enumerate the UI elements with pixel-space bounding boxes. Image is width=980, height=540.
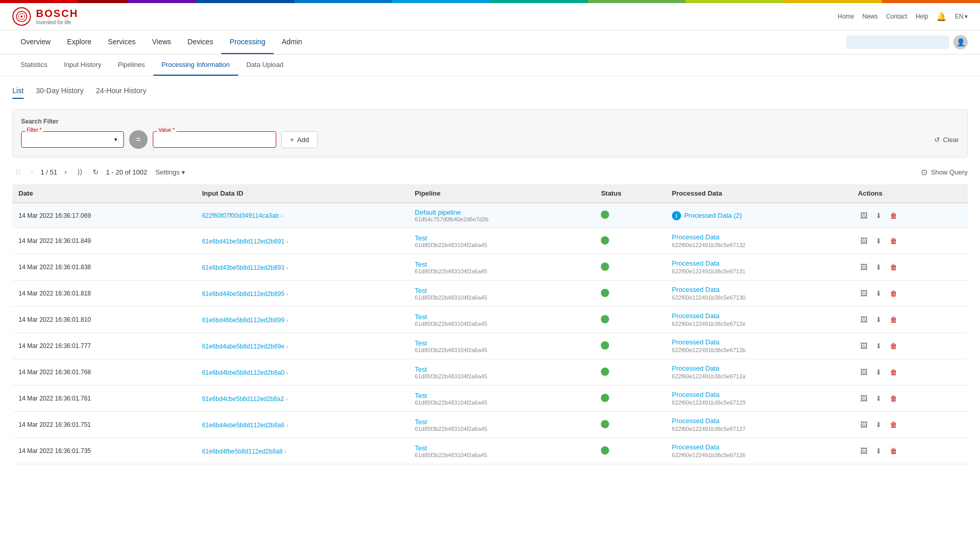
cell-processed-data[interactable]: Processed Data622f60e122491b38c5e6712a bbox=[666, 359, 852, 386]
input-data-id-link[interactable]: 61e6bd44be5b8d112ed2b895 bbox=[202, 290, 284, 298]
clear-button[interactable]: ↺ Clear bbox=[934, 136, 959, 144]
view-image-icon[interactable]: 🖼 bbox=[858, 211, 869, 221]
notification-icon[interactable]: 🔔 bbox=[936, 12, 947, 22]
cell-processed-data[interactable]: Processed Data622f60e122491b38c5e67127 bbox=[666, 412, 852, 438]
processed-data-link[interactable]: Processed Data bbox=[672, 259, 720, 267]
main-search-input[interactable] bbox=[846, 36, 949, 49]
input-data-id-link[interactable]: 622f60f07f00d349114ca3ab bbox=[202, 212, 279, 219]
value-input[interactable] bbox=[153, 131, 276, 148]
pipeline-name-link[interactable]: Test bbox=[415, 444, 589, 452]
input-data-id-link[interactable]: 61e6bd4abe5b8d112ed2b89e bbox=[202, 343, 284, 350]
delete-icon[interactable]: 🗑 bbox=[888, 393, 899, 404]
subnav-pipelines[interactable]: Pipelines bbox=[110, 55, 153, 76]
input-data-id-link[interactable]: 61e6bd41be5b8d112ed2b891 bbox=[202, 238, 284, 245]
subnav-statistics[interactable]: Statistics bbox=[12, 55, 56, 76]
nav-processing[interactable]: Processing bbox=[221, 30, 273, 54]
delete-icon[interactable]: 🗑 bbox=[888, 315, 899, 325]
pipeline-name-link[interactable]: Test bbox=[415, 365, 589, 373]
cell-processed-data[interactable]: Processed Data622f60e122491b38c5e6712e bbox=[666, 307, 852, 333]
delete-icon[interactable]: 🗑 bbox=[888, 367, 899, 377]
download-icon[interactable]: ⬇ bbox=[874, 341, 884, 351]
processed-data-link[interactable]: Processed Data bbox=[672, 312, 720, 320]
view-image-icon[interactable]: 🖼 bbox=[858, 446, 869, 456]
input-data-id-link[interactable]: 61e6bd4fbe5b8d112ed2b8a8 bbox=[202, 448, 283, 455]
pipeline-name-link[interactable]: Test bbox=[415, 313, 589, 321]
pipeline-name-link[interactable]: Test bbox=[415, 260, 589, 268]
cell-processed-data[interactable]: Processed Data622f60e122491b38c5e67129 bbox=[666, 386, 852, 412]
nav-admin[interactable]: Admin bbox=[274, 30, 311, 54]
delete-icon[interactable]: 🗑 bbox=[888, 262, 899, 272]
nav-devices[interactable]: Devices bbox=[180, 30, 222, 54]
subnav-input-history[interactable]: Input History bbox=[56, 55, 110, 76]
nav-services[interactable]: Services bbox=[100, 30, 144, 54]
download-icon[interactable]: ⬇ bbox=[874, 420, 884, 430]
cell-input-data-id[interactable]: 61e6bd4bbe5b8d112ed2b8a0 › bbox=[196, 359, 409, 386]
delete-icon[interactable]: 🗑 bbox=[888, 211, 899, 221]
download-icon[interactable]: ⬇ bbox=[874, 211, 884, 221]
input-data-id-link[interactable]: 61e6bd43be5b8d112ed2b893 bbox=[202, 264, 284, 271]
prev-page-button[interactable]: ‹ bbox=[28, 166, 37, 178]
refresh-button[interactable]: ↻ bbox=[90, 166, 102, 178]
cell-input-data-id[interactable]: 61e6bd4fbe5b8d112ed2b8a8 › bbox=[196, 438, 409, 464]
cell-processed-data[interactable]: Processed Data622f60e122491b38c5e67131 bbox=[666, 254, 852, 281]
input-data-id-link[interactable]: 61e6bd4bbe5b8d112ed2b8a0 bbox=[202, 369, 284, 376]
settings-button[interactable]: Settings ▾ bbox=[155, 168, 185, 176]
processed-data-link[interactable]: Processed Data bbox=[672, 391, 720, 398]
pipeline-name-link[interactable]: Test bbox=[415, 392, 589, 399]
pipeline-name-link[interactable]: Default pipeline bbox=[415, 208, 589, 216]
first-page-button[interactable]: ⟨⟨ bbox=[12, 166, 24, 178]
user-avatar[interactable]: 👤 bbox=[953, 35, 968, 49]
input-data-id-link[interactable]: 61e6bd4cbe5b8d112ed2b8a2 bbox=[202, 395, 284, 403]
view-image-icon[interactable]: 🖼 bbox=[858, 393, 869, 404]
processed-data-link[interactable]: Processed Data bbox=[672, 233, 720, 241]
view-image-icon[interactable]: 🖼 bbox=[858, 315, 869, 325]
delete-icon[interactable]: 🗑 bbox=[888, 420, 899, 430]
cell-processed-data[interactable]: Processed Data622f60e122491b38c5e6712b bbox=[666, 333, 852, 359]
show-query-button[interactable]: ⊙ Show Query bbox=[921, 167, 968, 177]
help-link[interactable]: Help bbox=[916, 13, 929, 20]
cell-input-data-id[interactable]: 61e6bd41be5b8d112ed2b891 › bbox=[196, 228, 409, 254]
processed-data-link[interactable]: Processed Data bbox=[672, 417, 720, 425]
cell-input-data-id[interactable]: 61e6bd4ebe5b8d112ed2b8a6 › bbox=[196, 412, 409, 438]
equals-button[interactable]: = bbox=[129, 130, 148, 149]
view-image-icon[interactable]: 🖼 bbox=[858, 262, 869, 272]
delete-icon[interactable]: 🗑 bbox=[888, 236, 899, 246]
cell-processed-data[interactable]: Processed Data622f60e122491b38c5e67126 bbox=[666, 438, 852, 464]
pipeline-name-link[interactable]: Test bbox=[415, 234, 589, 242]
pipeline-name-link[interactable]: Test bbox=[415, 287, 589, 294]
filter-select[interactable]: ▾ bbox=[21, 131, 124, 148]
cell-input-data-id[interactable]: 622f60f07f00d349114ca3ab › bbox=[196, 203, 409, 228]
subnav-processing-information[interactable]: Processing Information bbox=[153, 55, 238, 76]
pipeline-name-link[interactable]: Test bbox=[415, 418, 589, 426]
nav-views[interactable]: Views bbox=[144, 30, 180, 54]
next-page-button[interactable]: › bbox=[61, 166, 70, 178]
view-image-icon[interactable]: 🖼 bbox=[858, 341, 869, 351]
cell-input-data-id[interactable]: 61e6bd4cbe5b8d112ed2b8a2 › bbox=[196, 386, 409, 412]
add-button[interactable]: + Add bbox=[281, 131, 318, 148]
cell-processed-data[interactable]: Processed Data622f60e122491b38c5e67130 bbox=[666, 281, 852, 307]
subnav-data-upload[interactable]: Data Upload bbox=[238, 55, 292, 76]
pipeline-name-link[interactable]: Test bbox=[415, 339, 589, 347]
processed-data-link[interactable]: Processed Data (2) bbox=[684, 212, 742, 219]
cell-processed-data[interactable]: iProcessed Data (2) bbox=[666, 203, 852, 228]
processed-data-link[interactable]: Processed Data bbox=[672, 338, 720, 346]
download-icon[interactable]: ⬇ bbox=[874, 446, 884, 456]
delete-icon[interactable]: 🗑 bbox=[888, 341, 899, 351]
view-image-icon[interactable]: 🖼 bbox=[858, 367, 869, 377]
cell-input-data-id[interactable]: 61e6bd46be5b8d112ed2b899 › bbox=[196, 307, 409, 333]
view-image-icon[interactable]: 🖼 bbox=[858, 288, 869, 299]
download-icon[interactable]: ⬇ bbox=[874, 315, 884, 325]
download-icon[interactable]: ⬇ bbox=[874, 262, 884, 272]
cell-input-data-id[interactable]: 61e6bd43be5b8d112ed2b893 › bbox=[196, 254, 409, 281]
view-image-icon[interactable]: 🖼 bbox=[858, 420, 869, 430]
contact-link[interactable]: Contact bbox=[886, 13, 907, 20]
processed-data-link[interactable]: Processed Data bbox=[672, 286, 720, 293]
cell-input-data-id[interactable]: 61e6bd4abe5b8d112ed2b89e › bbox=[196, 333, 409, 359]
processed-data-link[interactable]: Processed Data bbox=[672, 364, 720, 372]
download-icon[interactable]: ⬇ bbox=[874, 367, 884, 377]
tab-24-hour-history[interactable]: 24-Hour History bbox=[96, 86, 146, 99]
view-image-icon[interactable]: 🖼 bbox=[858, 236, 869, 246]
nav-explore[interactable]: Explore bbox=[59, 30, 99, 54]
tab-list[interactable]: List bbox=[12, 86, 24, 99]
nav-overview[interactable]: Overview bbox=[12, 30, 59, 54]
